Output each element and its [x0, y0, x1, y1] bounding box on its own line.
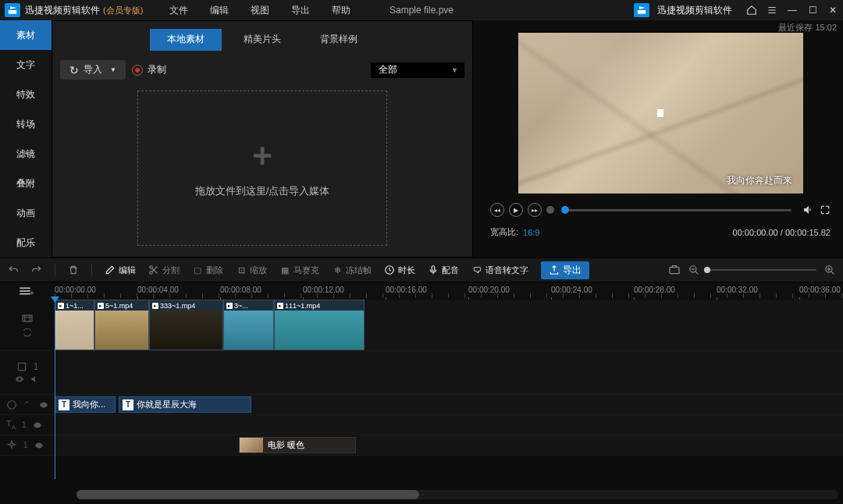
text-clip[interactable]: T我向你... — [55, 396, 116, 413]
svg-rect-8 — [18, 363, 25, 370]
ruler-tick: 00:00:00.00 — [55, 286, 96, 294]
text-track-head[interactable] — [0, 395, 55, 414]
snap-icon[interactable] — [668, 264, 681, 276]
video-clip[interactable]: 5~1.mp4 — [94, 300, 149, 350]
video-preview[interactable]: 我向你奔赴而来 — [518, 33, 803, 193]
progress-bar[interactable] — [565, 209, 791, 211]
media-filter-select[interactable]: 全部 — [371, 62, 464, 78]
menu-view[interactable]: 视图 — [240, 1, 280, 20]
sidebar-tab-animation[interactable]: 动画 — [0, 198, 52, 228]
mosaic-tool[interactable]: ▦马赛克 — [279, 264, 319, 276]
progress-knob[interactable] — [561, 206, 569, 214]
clip-label: 333~1.mp4 — [150, 300, 222, 311]
timeline-ruler[interactable]: 00:00:00.0000:00:04.0000:00:08.0000:00:1… — [55, 282, 843, 300]
preview-panel: 我向你奔赴而来 ◂◂ ▶ ▸▸ 宽高比: 16:9 00:00:00.00 / … — [473, 20, 843, 257]
aspect-ratio-value[interactable]: 16:9 — [523, 228, 539, 237]
text-clip-label: 我向你... — [73, 399, 105, 410]
ruler-tick: 00:00:20.00 — [468, 286, 510, 294]
undo-button[interactable] — [8, 264, 19, 275]
crop-tool[interactable]: ▢删除 — [192, 264, 223, 276]
export-button[interactable]: 导出 — [541, 261, 589, 279]
freeze-tool[interactable]: ❄冻结帧 — [332, 264, 372, 276]
import-arrow-icon: ↻ — [69, 64, 79, 76]
fullscreen-icon[interactable] — [820, 204, 831, 215]
filter-track-head[interactable]: 1 — [0, 435, 55, 455]
voiceover-tool[interactable]: 配音 — [428, 264, 459, 276]
play-button[interactable]: ▶ — [509, 203, 523, 217]
video-clip[interactable]: 333~1.mp4 — [149, 300, 223, 350]
media-dropzone[interactable]: + 拖放文件到这里/点击导入媒体 — [137, 91, 387, 246]
volume-icon[interactable] — [802, 204, 815, 216]
timeline-scrollbar[interactable] — [76, 490, 838, 499]
speech-to-text-tool[interactable]: 🗨语音转文字 — [471, 264, 528, 276]
sidebar-tab-music[interactable]: 配乐 — [0, 228, 52, 257]
record-button[interactable]: 录制 — [132, 63, 166, 76]
stop-button[interactable] — [546, 206, 554, 214]
preview-marker-icon — [657, 109, 663, 117]
zoom-tool[interactable]: ⊡缩放 — [236, 264, 267, 276]
menu-help[interactable]: 帮助 — [321, 1, 361, 20]
media-source-tabs: 本地素材 精美片头 背景样例 — [60, 29, 464, 51]
filter-clip-label: 电影 暖色 — [268, 439, 304, 451]
redo-button[interactable] — [31, 264, 42, 275]
video-track-head[interactable] — [0, 300, 55, 350]
clip-thumbnail — [95, 311, 148, 350]
menu-file[interactable]: 文件 — [158, 1, 199, 20]
text-clip-icon: T — [123, 399, 133, 410]
duration-tool[interactable]: 时长 — [384, 264, 415, 276]
preview-subtitle: 我向你奔赴而来 — [727, 174, 792, 187]
maximize-button[interactable]: ☐ — [807, 5, 818, 16]
clip-label: 1~1... — [55, 300, 94, 311]
add-track-button[interactable]: + — [0, 282, 55, 300]
sidebar-tab-overlay[interactable]: 叠附 — [0, 169, 52, 198]
svg-rect-3 — [432, 266, 435, 271]
zoom-slider[interactable] — [707, 269, 816, 271]
import-button[interactable]: ↻ 导入 ▼ — [60, 60, 126, 80]
zoom-in-button[interactable] — [824, 264, 835, 275]
sidebar-tab-effect[interactable]: 特效 — [0, 80, 52, 109]
video-clip[interactable]: 1~1... — [55, 300, 94, 350]
menu-edit[interactable]: 编辑 — [199, 1, 240, 20]
zoom-out-button[interactable] — [688, 264, 699, 275]
video-clip[interactable]: 111~1.mp4 — [274, 300, 365, 350]
menu-export[interactable]: 导出 — [280, 1, 321, 20]
prev-frame-button[interactable]: ◂◂ — [490, 203, 504, 217]
text-style-track-head[interactable]: TA1 — [0, 415, 55, 435]
player-controls: ◂◂ ▶ ▸▸ — [487, 203, 834, 217]
overlay-track-content[interactable] — [55, 351, 843, 394]
filter-track-content[interactable]: 电影 暖色 — [55, 435, 843, 455]
close-button[interactable]: ✕ — [827, 5, 838, 16]
clip-thumbnail — [55, 311, 94, 350]
home-icon[interactable] — [746, 5, 757, 16]
sidebar-tab-material[interactable]: 素材 — [0, 20, 52, 50]
sidebar-tab-filter[interactable]: 滤镜 — [0, 139, 52, 169]
playhead[interactable] — [55, 300, 55, 479]
overlay-track: 1 — [0, 351, 843, 395]
text-clip-icon: T — [59, 399, 69, 410]
video-clip[interactable]: 3~... — [223, 300, 274, 350]
overlay-track-head[interactable]: 1 — [0, 351, 55, 394]
delete-tool[interactable] — [68, 264, 79, 275]
clip-thumbnail — [275, 311, 364, 350]
filter-clip[interactable]: 电影 暖色 — [239, 437, 356, 453]
text-track-content[interactable]: T我向你...T你就是星辰大海 — [55, 395, 843, 414]
video-track: 1~1...5~1.mp4333~1.mp43~...111~1.mp4 — [0, 300, 843, 351]
sidebar-tab-transition[interactable]: 转场 — [0, 109, 52, 139]
text-style-track-content[interactable] — [55, 415, 843, 435]
media-tab-local[interactable]: 本地素材 — [150, 29, 222, 51]
edit-tool[interactable]: 编辑 — [105, 264, 136, 276]
dropzone-text: 拖放文件到这里/点击导入媒体 — [195, 184, 330, 198]
hamburger-icon[interactable] — [767, 5, 777, 16]
media-tab-intro[interactable]: 精美片头 — [226, 29, 298, 51]
minimize-button[interactable]: — — [787, 5, 798, 16]
sidebar-tab-text[interactable]: 文字 — [0, 50, 52, 80]
text-clip[interactable]: T你就是星辰大海 — [119, 396, 251, 413]
next-frame-button[interactable]: ▸▸ — [528, 203, 542, 217]
left-sidebar: 素材 文字 特效 转场 滤镜 叠附 动画 配乐 — [0, 20, 52, 257]
timeline-scrollbar-thumb[interactable] — [76, 490, 419, 499]
media-tab-background[interactable]: 背景样例 — [303, 29, 375, 51]
split-tool[interactable]: 分割 — [148, 264, 180, 276]
video-track-content[interactable]: 1~1...5~1.mp4333~1.mp43~...111~1.mp4 — [55, 300, 843, 350]
ruler-tick: 00:00:12.00 — [303, 286, 344, 294]
secondary-app-label[interactable]: 迅捷视频剪辑软件 — [634, 3, 732, 17]
